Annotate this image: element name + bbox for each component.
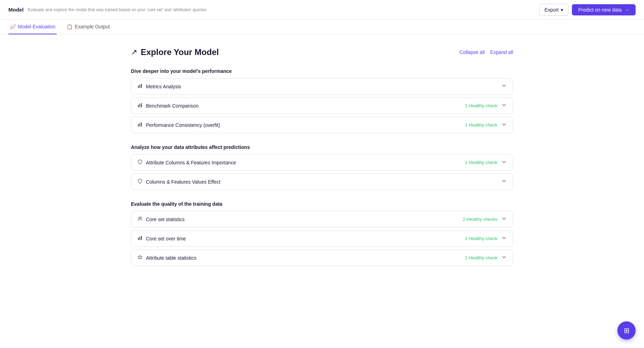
svg-rect-11 <box>138 238 139 240</box>
accordion-icon-core-set-over-time <box>138 236 142 241</box>
explore-title-area: ↗ Explore Your Model <box>131 47 219 57</box>
explore-title: Explore Your Model <box>141 47 219 57</box>
group-performance: Dive deeper into your model's performanc… <box>131 68 513 133</box>
svg-rect-8 <box>141 122 142 127</box>
accordion-header-core-set-statistics[interactable]: Core set statistics2 Healthy checks <box>131 211 513 227</box>
accordion-icon-attribute-columns <box>138 159 142 165</box>
header-left: Model Evaluate and explore the model tha… <box>8 7 206 13</box>
group-data-quality: Evaluate the quality of the training dat… <box>131 201 513 266</box>
collapse-all-button[interactable]: Collapse all <box>459 49 484 55</box>
svg-rect-3 <box>138 105 139 107</box>
accordion-header-columns-features-effect[interactable]: Columns & Features Values Effect <box>131 174 513 190</box>
chevron-icon-attribute-table-statistics <box>502 255 506 261</box>
accordion-left-columns-features-effect: Columns & Features Values Effect <box>138 179 220 185</box>
accordion-icon-benchmark-comparison <box>138 103 142 109</box>
groups-container: Dive deeper into your model's performanc… <box>131 68 513 266</box>
chevron-icon-benchmark-comparison <box>502 103 506 109</box>
accordion-item-metrics-analysis: Metrics Analysis <box>131 78 513 95</box>
chevron-icon-columns-features-effect <box>502 179 506 185</box>
tab-example-output-label: Example Output <box>75 24 110 29</box>
accordion-header-performance-consistency[interactable]: Performance Consistency (overfit)1 Healt… <box>131 117 513 133</box>
group-label-attributes: Analyze how your data attributes affect … <box>131 144 513 150</box>
svg-rect-7 <box>140 123 141 127</box>
chevron-icon-core-set-statistics <box>502 216 506 222</box>
svg-rect-4 <box>140 104 141 107</box>
accordion-item-performance-consistency: Performance Consistency (overfit)1 Healt… <box>131 117 513 133</box>
accordion-icon-columns-features-effect <box>138 179 142 185</box>
accordion-header-benchmark-comparison[interactable]: Benchmark Comparison1 Healthy check <box>131 98 513 114</box>
accordion-item-benchmark-comparison: Benchmark Comparison1 Healthy check <box>131 97 513 114</box>
accordion-item-core-set-over-time: Core set over time1 Healthy check <box>131 230 513 247</box>
accordion-label-attribute-columns: Attribute Columns & Features Importance <box>146 160 236 165</box>
accordion-left-core-set-over-time: Core set over time <box>138 236 186 241</box>
accordion-header-attribute-table-statistics[interactable]: Attribute table statistics1 Healthy chec… <box>131 250 513 266</box>
accordion-icon-attribute-table-statistics <box>138 255 142 261</box>
svg-rect-13 <box>141 236 142 240</box>
chevron-icon-metrics-analysis <box>502 83 506 89</box>
accordion-label-core-set-over-time: Core set over time <box>146 236 186 241</box>
svg-rect-5 <box>141 103 142 107</box>
accordion-left-core-set-statistics: Core set statistics <box>138 216 184 222</box>
predict-label: Predict on new data <box>578 7 622 13</box>
chevron-icon-attribute-columns <box>502 159 506 165</box>
accordion-label-metrics-analysis: Metrics Analysis <box>146 84 181 89</box>
healthy-badge-attribute-columns: 1 Healthy check <box>465 160 498 165</box>
accordion-item-core-set-statistics: Core set statistics2 Healthy checks <box>131 211 513 227</box>
page-title: Model <box>8 7 23 13</box>
accordion-item-attribute-table-statistics: Attribute table statistics1 Healthy chec… <box>131 250 513 266</box>
accordion-left-metrics-analysis: Metrics Analysis <box>138 83 181 89</box>
accordion-header-metrics-analysis[interactable]: Metrics Analysis <box>131 79 513 94</box>
accordion-left-attribute-table-statistics: Attribute table statistics <box>138 255 196 261</box>
tab-example-output[interactable]: 📋 Example Output <box>65 20 111 34</box>
svg-rect-6 <box>138 124 139 127</box>
chevron-icon-performance-consistency <box>502 122 506 128</box>
accordion-icon-performance-consistency <box>138 122 142 128</box>
expand-all-button[interactable]: Expand all <box>490 49 513 55</box>
accordion-right-core-set-over-time: 1 Healthy check <box>465 236 507 241</box>
accordion-icon-core-set-statistics <box>138 216 142 222</box>
accordion-label-benchmark-comparison: Benchmark Comparison <box>146 103 198 109</box>
accordion-icon-metrics-analysis <box>138 83 142 89</box>
svg-rect-0 <box>138 86 139 88</box>
collapse-expand-controls: Collapse all Expand all <box>459 49 513 55</box>
predict-button[interactable]: Predict on new data → <box>572 4 636 15</box>
healthy-badge-attribute-table-statistics: 1 Healthy check <box>465 255 498 260</box>
accordion-label-columns-features-effect: Columns & Features Values Effect <box>146 179 220 185</box>
accordion-header-attribute-columns[interactable]: Attribute Columns & Features Importance1… <box>131 155 513 170</box>
page-subtitle: Evaluate and explore the model that was … <box>28 7 206 12</box>
group-attributes: Analyze how your data attributes affect … <box>131 144 513 190</box>
accordion-header-core-set-over-time[interactable]: Core set over time1 Healthy check <box>131 231 513 246</box>
export-button[interactable]: Export ▾ <box>539 4 568 16</box>
tab-model-evaluation[interactable]: 📈 Model Evaluation <box>8 20 57 34</box>
tab-model-evaluation-label: Model Evaluation <box>18 24 55 29</box>
accordion-right-benchmark-comparison: 1 Healthy check <box>465 103 507 109</box>
chevron-icon-core-set-over-time <box>502 236 506 241</box>
healthy-badge-core-set-over-time: 1 Healthy check <box>465 236 498 241</box>
export-label: Export <box>545 7 559 13</box>
svg-rect-12 <box>140 237 141 240</box>
accordion-left-performance-consistency: Performance Consistency (overfit) <box>138 122 220 128</box>
trend-icon: ↗ <box>131 48 137 57</box>
accordion-right-core-set-statistics: 2 Healthy checks <box>463 216 506 222</box>
accordion-label-attribute-table-statistics: Attribute table statistics <box>146 255 196 261</box>
accordion-label-core-set-statistics: Core set statistics <box>146 217 184 222</box>
svg-point-9 <box>139 217 140 218</box>
accordion-label-performance-consistency: Performance Consistency (overfit) <box>146 122 220 128</box>
accordion-left-attribute-columns: Attribute Columns & Features Importance <box>138 159 236 165</box>
accordion-item-columns-features-effect: Columns & Features Values Effect <box>131 173 513 190</box>
example-output-icon: 📋 <box>66 24 72 29</box>
healthy-badge-performance-consistency: 1 Healthy check <box>465 122 498 128</box>
svg-rect-1 <box>140 84 141 88</box>
arrow-right-icon: → <box>624 7 629 13</box>
accordion-right-performance-consistency: 1 Healthy check <box>465 122 507 128</box>
chevron-down-icon: ▾ <box>561 7 563 13</box>
accordion-right-attribute-columns: 1 Healthy check <box>465 159 507 165</box>
svg-point-10 <box>140 217 142 218</box>
header-right: Export ▾ Predict on new data → <box>539 4 636 16</box>
accordion-right-metrics-analysis <box>502 83 506 89</box>
healthy-badge-core-set-statistics: 2 Healthy checks <box>463 217 497 222</box>
group-label-performance: Dive deeper into your model's performanc… <box>131 68 513 74</box>
main-content: ↗ Explore Your Model Collapse all Expand… <box>122 35 522 280</box>
accordion-right-columns-features-effect <box>502 179 506 185</box>
accordion-left-benchmark-comparison: Benchmark Comparison <box>138 103 198 109</box>
